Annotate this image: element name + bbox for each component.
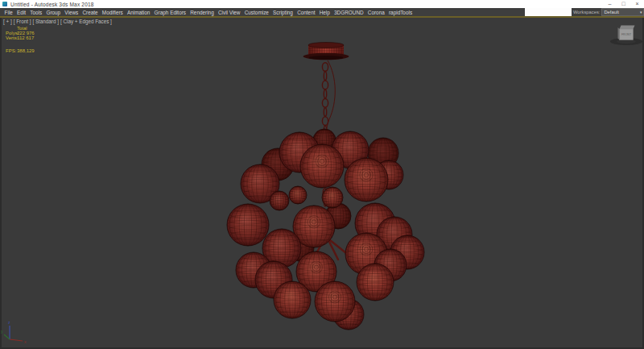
world-axis-gizmo: zxy: [1, 320, 27, 344]
menu-group[interactable]: Group: [44, 10, 63, 15]
viewport-menu-view[interactable]: [ Front ]: [14, 19, 31, 24]
menu-rapidtools[interactable]: rapidTools: [386, 10, 414, 15]
sphere: [270, 191, 289, 210]
menu-customize[interactable]: Customize: [242, 10, 270, 15]
menu-file[interactable]: File: [2, 10, 15, 15]
app-icon: [2, 2, 7, 6]
viewport-menu-plus[interactable]: [ + ]: [3, 19, 12, 24]
sphere: [274, 281, 311, 318]
menu-create[interactable]: Create: [80, 10, 100, 15]
menu-animation[interactable]: Animation: [125, 10, 152, 15]
menu-scripting[interactable]: Scripting: [270, 10, 295, 15]
axis-x-label: x: [24, 339, 27, 344]
menu-civil-view[interactable]: Civil View: [216, 10, 242, 15]
sphere: [322, 187, 343, 208]
viewport-menu-renderer[interactable]: [ Standard ]: [32, 19, 59, 24]
viewport-label: [ + ] [ Front ] [ Standard ] [ Clay + Ed…: [3, 19, 114, 24]
menubar-divider: [0, 16, 644, 18]
sphere: [357, 264, 394, 301]
menu-graph-editors[interactable]: Graph Editors: [152, 10, 188, 15]
menubar-empty-area: [525, 8, 572, 16]
stats-fps-value: 388,129: [17, 48, 35, 53]
maximize-button[interactable]: □: [617, 0, 630, 8]
menu-corona[interactable]: Corona: [365, 10, 386, 15]
viewport-menu-shading[interactable]: [ Clay + Edged Faces ]: [60, 19, 112, 24]
chevron-down-icon: ▾: [640, 10, 643, 15]
menu-3dground[interactable]: 3DGROUND: [332, 10, 365, 15]
menu-views[interactable]: Views: [63, 10, 80, 15]
axis-z-label: z: [8, 320, 10, 325]
stats-fps-label: FPS:: [6, 48, 16, 53]
axis-y-label: y: [1, 329, 3, 334]
menu-content[interactable]: Content: [295, 10, 318, 15]
title-bar: Untitled - Autodesk 3ds Max 2018 – □ ×: [0, 0, 644, 8]
menu-tools[interactable]: Tools: [28, 10, 44, 15]
menu-bar: File Edit Tools Group Views Create Modif…: [0, 8, 644, 16]
minimize-button[interactable]: –: [603, 0, 617, 8]
viewport-canvas[interactable]: FRONTzxy: [0, 0, 644, 349]
sphere: [315, 281, 355, 322]
window-title: Untitled - Autodesk 3ds Max 2018: [10, 2, 94, 7]
viewcube[interactable]: FRONT: [610, 26, 642, 46]
menu-edit[interactable]: Edit: [15, 10, 28, 15]
menu-help[interactable]: Help: [317, 10, 332, 15]
workspace-dropdown[interactable]: Default ▾: [601, 8, 644, 16]
stats-verts-value: 112 617: [17, 35, 34, 40]
menu-rendering[interactable]: Rendering: [188, 10, 217, 15]
sphere: [289, 186, 307, 204]
chandelier-model: [227, 43, 424, 330]
menu-modifiers[interactable]: Modifiers: [100, 10, 125, 15]
sphere: [300, 144, 344, 188]
workspace-value: Default: [602, 10, 640, 15]
workspaces-label: Workspaces:: [573, 10, 600, 15]
viewcube-front-label: FRONT: [621, 33, 632, 36]
sphere: [345, 158, 388, 202]
close-button[interactable]: ×: [630, 0, 644, 8]
sphere: [227, 204, 269, 246]
